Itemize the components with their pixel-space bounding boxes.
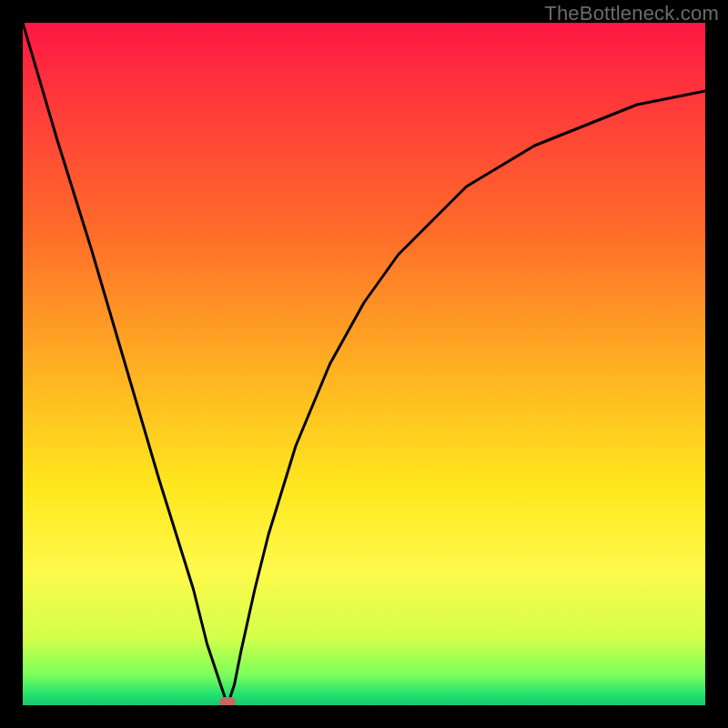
plot-area [23, 23, 705, 705]
chart-frame: TheBottleneck.com [0, 0, 728, 728]
bottleneck-curve [23, 23, 705, 705]
watermark-text: TheBottleneck.com [544, 2, 719, 25]
optimal-point-marker [219, 697, 236, 705]
